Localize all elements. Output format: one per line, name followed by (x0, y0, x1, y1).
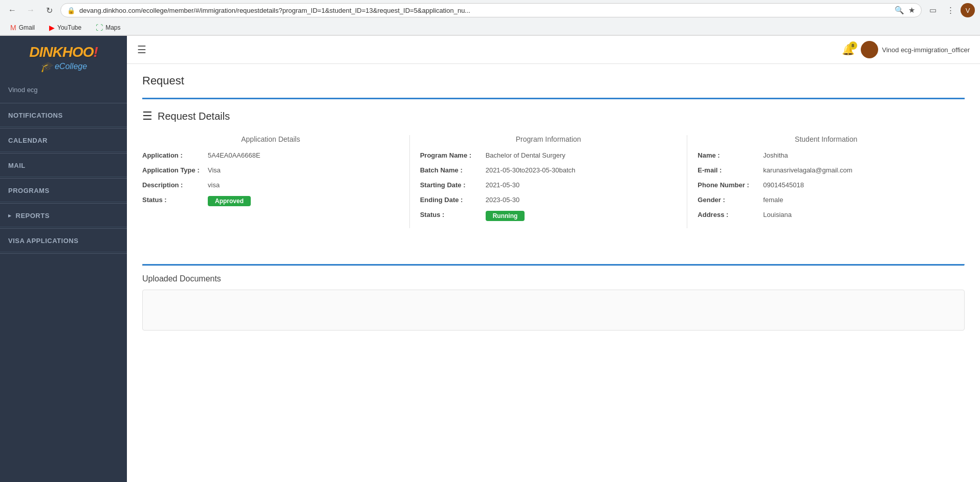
graduation-hat-icon: 🎓 (40, 60, 53, 73)
sidebar-user: Vinod ecg (0, 81, 127, 102)
back-button[interactable]: ← (5, 3, 19, 17)
ending-date-value: 2023-05-30 (486, 196, 677, 204)
student-name-value: Joshitha (763, 151, 954, 159)
starting-date-value: 2021-05-30 (486, 181, 677, 189)
student-address-label: Address : (698, 211, 759, 218)
details-grid: Application Details Application : 5A4EA0… (142, 135, 965, 228)
logo-dinkhoo: DINKHOO! (8, 44, 119, 60)
sidebar-item-notifications[interactable]: NOTIFICATIONS (0, 104, 127, 127)
sidebar-username: Vinod ecg (8, 86, 38, 94)
bookmark-icon[interactable]: ★ (908, 6, 915, 15)
bookmark-youtube-label: YouTube (57, 24, 81, 31)
url-input[interactable] (79, 7, 890, 14)
description-label: Description : (142, 181, 204, 189)
application-details-column: Application Details Application : 5A4EA0… (142, 135, 410, 228)
batch-name-value: 2021-05-30to2023-05-30batch (486, 166, 677, 174)
page-title: Request (142, 74, 965, 87)
reload-button[interactable]: ↻ (42, 3, 56, 17)
sidebar-item-programs[interactable]: PROGRAMS (0, 180, 127, 202)
top-bar: ☰ 🔔 8 Vinod ecg-immigration_officer (127, 36, 980, 64)
section-header: ☰ Request Details (142, 109, 965, 123)
sidebar-divider-3 (0, 153, 127, 154)
logo-exclaim: ! (93, 44, 97, 60)
programs-label: PROGRAMS (8, 187, 50, 194)
student-phone-field: Phone Number : 09014545018 (698, 181, 954, 189)
running-badge: Running (486, 211, 525, 221)
forward-button[interactable]: → (24, 3, 38, 17)
more-button[interactable]: ⋮ (943, 3, 957, 17)
student-name-field: Name : Joshitha (698, 151, 954, 159)
app-container: DINKHOO! 🎓 eCollege Vinod ecg NOTIFICATI… (0, 36, 980, 482)
bookmark-maps[interactable]: ⛶ Maps (93, 23, 123, 33)
student-information-title: Student Information (698, 135, 954, 143)
youtube-icon: ▶ (49, 24, 55, 32)
program-name-label: Program Name : (420, 151, 482, 159)
starting-date-field: Starting Date : 2021-05-30 (420, 181, 677, 189)
sidebar-divider-2 (0, 128, 127, 128)
browser-icon-group: ▭ ⋮ V (926, 3, 975, 17)
application-label: Application : (142, 151, 204, 159)
program-status-label: Status : (420, 211, 482, 218)
student-gender-label: Gender : (698, 196, 759, 204)
application-details-title: Application Details (142, 135, 399, 143)
logo-ecollege: 🎓 eCollege (8, 60, 119, 73)
program-name-value: Bachelor of Dental Surgery (486, 151, 677, 159)
page-content: Request ☰ Request Details Application De… (127, 64, 980, 249)
docs-container (142, 290, 965, 331)
sidebar-logo: DINKHOO! 🎓 eCollege (0, 36, 127, 81)
sidebar-divider-4 (0, 178, 127, 179)
section-title: Request Details (158, 111, 230, 122)
sidebar-item-mail[interactable]: MAIL (0, 155, 127, 177)
sidebar-divider-1 (0, 103, 127, 103)
request-details-section: ☰ Request Details Application Details Ap… (142, 98, 965, 228)
student-email-value: karunasrivelagala@gmail.com (763, 166, 954, 174)
student-phone-label: Phone Number : (698, 181, 759, 189)
cast-button[interactable]: ▭ (926, 3, 940, 17)
security-icon: 🔒 (67, 7, 75, 14)
bookmark-gmail-label: Gmail (19, 24, 35, 31)
bookmark-maps-label: Maps (105, 24, 120, 31)
sidebar-item-calendar[interactable]: CALENDAR (0, 129, 127, 152)
main-content: ☰ 🔔 8 Vinod ecg-immigration_officer Requ… (127, 36, 980, 482)
browser-avatar[interactable]: V (961, 3, 975, 17)
uploaded-documents-section: Uploaded Documents (127, 249, 980, 341)
application-value: 5A4EA0AA6668E (208, 151, 399, 159)
student-gender-field: Gender : female (698, 196, 954, 204)
browser-toolbar: ← → ↻ 🔒 🔍 ★ ▭ ⋮ V (0, 0, 980, 20)
application-type-value: Visa (208, 166, 399, 174)
bookmarks-bar: M Gmail ▶ YouTube ⛶ Maps (0, 20, 980, 35)
approved-badge: Approved (208, 196, 251, 206)
student-email-field: E-mail : karunasrivelagala@gmail.com (698, 166, 954, 174)
user-avatar (861, 41, 878, 58)
application-type-label: Application Type : (142, 166, 204, 174)
uploaded-docs-content: Uploaded Documents (142, 266, 965, 331)
status-field: Status : Approved (142, 196, 399, 206)
hamburger-button[interactable]: ☰ (137, 43, 146, 56)
notification-badge: 8 (849, 41, 857, 50)
top-bar-right: 🔔 8 Vinod ecg-immigration_officer (842, 41, 970, 58)
student-phone-value: 09014545018 (763, 181, 954, 189)
user-name: Vinod ecg-immigration_officer (882, 46, 970, 54)
starting-date-label: Starting Date : (420, 181, 482, 189)
notification-bell[interactable]: 🔔 8 (842, 43, 855, 56)
bookmark-youtube[interactable]: ▶ YouTube (46, 23, 84, 33)
sidebar-item-reports[interactable]: ▸ REPORTS (0, 205, 127, 227)
bookmark-gmail[interactable]: M Gmail (7, 23, 38, 33)
app-status-label: Status : (142, 196, 204, 204)
list-icon: ☰ (142, 109, 153, 123)
logo-text: DINKHOO (29, 44, 93, 60)
batch-name-label: Batch Name : (420, 166, 482, 174)
description-field: Description : visa (142, 181, 399, 189)
notifications-label: NOTIFICATIONS (8, 112, 63, 119)
mail-label: MAIL (8, 162, 26, 169)
search-icon[interactable]: 🔍 (895, 6, 904, 15)
program-name-field: Program Name : Bachelor of Dental Surger… (420, 151, 677, 159)
address-bar: 🔒 🔍 ★ (60, 3, 922, 17)
program-status-field: Status : Running (420, 211, 677, 221)
chevron-right-icon: ▸ (8, 212, 12, 219)
student-information-column: Student Information Name : Joshitha E-ma… (687, 135, 965, 228)
description-value: visa (208, 181, 399, 189)
student-address-value: Louisiana (763, 211, 954, 218)
sidebar-item-visa-applications[interactable]: VISA APPLICATIONS (0, 230, 127, 252)
visa-applications-label: VISA APPLICATIONS (8, 237, 78, 245)
